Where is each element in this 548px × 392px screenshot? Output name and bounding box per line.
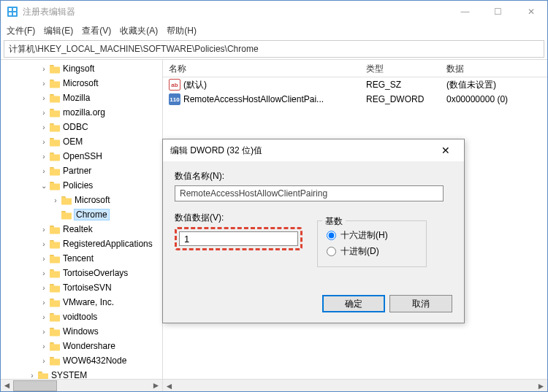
tree-item-wow6432node[interactable]: ›WOW6432Node (2, 353, 161, 368)
tree-item-voidtools[interactable]: ›voidtools (2, 310, 161, 324)
cancel-button[interactable]: 取消 (389, 295, 452, 312)
scroll-thumb[interactable] (13, 380, 57, 391)
tree-item-label: Realtek (63, 224, 93, 234)
scroll-left-icon[interactable]: ◄ (1, 380, 13, 392)
tree-item-partner[interactable]: ›Partner (2, 164, 161, 178)
radio-hex[interactable]: 十六进制(H) (327, 227, 417, 243)
tree-item-label: Chrome (75, 210, 109, 220)
tree-item-odbc[interactable]: ›ODBC (2, 120, 161, 134)
list-body: ab(默认)REG_SZ(数值未设置)110RemoteAccessHostAl… (163, 77, 547, 107)
radio-dec-input[interactable] (327, 247, 336, 256)
tree-item-realtek[interactable]: ›Realtek (2, 222, 161, 237)
scroll-left-icon[interactable]: ◄ (163, 380, 175, 391)
dialog-title-bar[interactable]: 编辑 DWORD (32 位)值 ✕ (163, 139, 464, 161)
radio-hex-input[interactable] (327, 231, 336, 240)
menu-edit[interactable]: 编辑(E) (44, 25, 73, 37)
tree-item-kingsoft[interactable]: ›Kingsoft (2, 61, 161, 76)
tree-item-policies[interactable]: ⌄Policies (2, 178, 161, 193)
chevron-right-icon[interactable]: › (39, 268, 49, 278)
chevron-down-icon[interactable]: ⌄ (39, 180, 49, 191)
chevron-right-icon[interactable]: › (39, 283, 49, 293)
chevron-right-icon[interactable]: › (39, 166, 49, 176)
tree-item-oem[interactable]: ›OEM (2, 134, 161, 149)
tree-item-label: mozilla.org (63, 107, 105, 118)
tree-item-label: Partner (63, 166, 91, 176)
chevron-right-icon[interactable]: › (39, 297, 49, 307)
chevron-right-icon[interactable]: › (39, 151, 49, 161)
menu-view[interactable]: 查看(V) (82, 25, 111, 37)
tree-item-microsoft[interactable]: ›Microsoft (2, 193, 161, 207)
value-data-input[interactable] (179, 231, 298, 246)
list-row[interactable]: 110RemoteAccessHostAllowClientPai...REG_… (163, 92, 547, 107)
dialog-close-button[interactable]: ✕ (435, 145, 457, 156)
registry-tree[interactable]: ›Kingsoft›Microsoft›Mozilla›mozilla.org›… (1, 60, 162, 391)
tree-item-microsoft[interactable]: ›Microsoft (2, 76, 161, 91)
address-bar[interactable]: 计算机\HKEY_LOCAL_MACHINE\SOFTWARE\Policies… (4, 40, 544, 58)
chevron-right-icon[interactable]: › (39, 78, 49, 88)
col-data[interactable]: 数据 (441, 60, 536, 77)
maximize-button[interactable]: ☐ (482, 1, 514, 23)
folder-icon (49, 180, 61, 191)
tree-item-tortoisesvn[interactable]: ›TortoiseSVN (2, 280, 161, 295)
list-header: 名称 类型 数据 (163, 60, 547, 77)
title-bar[interactable]: 注册表编辑器 — ☐ ✕ (1, 1, 547, 23)
tree-item-vmware-inc-[interactable]: ›VMware, Inc. (2, 295, 161, 310)
cell-data: (数值未设置) (441, 79, 536, 91)
tree-item-tortoiseoverlays[interactable]: ›TortoiseOverlays (2, 266, 161, 280)
chevron-right-icon[interactable]: › (39, 239, 49, 249)
tree-item-label: Microsoft (75, 195, 110, 205)
tree-item-openssh[interactable]: ›OpenSSH (2, 149, 161, 164)
tree-item-label: Tencent (63, 253, 94, 264)
folder-icon (49, 107, 61, 118)
ok-button[interactable]: 确定 (322, 295, 385, 312)
list-horizontal-scrollbar[interactable]: ◄ ► (163, 379, 547, 391)
value-name: (默认) (183, 79, 207, 91)
chevron-right-icon[interactable]: › (39, 93, 49, 103)
chevron-right-icon[interactable]: › (39, 107, 49, 118)
tree-item-label: Wondershare (63, 341, 115, 351)
menu-file[interactable]: 文件(F) (7, 25, 35, 37)
tree-horizontal-scrollbar[interactable]: ◄ ► (1, 379, 162, 391)
folder-icon (49, 297, 61, 307)
menu-help[interactable]: 帮助(H) (167, 25, 197, 37)
tree-item-registeredapplications[interactable]: ›RegisteredApplications (2, 237, 161, 251)
col-type[interactable]: 类型 (360, 60, 441, 77)
col-name[interactable]: 名称 (163, 60, 360, 77)
chevron-right-icon[interactable]: › (50, 195, 61, 205)
tree-item-label: RegisteredApplications (63, 239, 153, 249)
list-row[interactable]: ab(默认)REG_SZ(数值未设置) (163, 77, 547, 92)
cell-type: REG_DWORD (360, 94, 441, 104)
chevron-right-icon[interactable]: › (39, 326, 49, 337)
chevron-right-icon[interactable]: › (39, 64, 49, 74)
menu-favorites[interactable]: 收藏夹(A) (120, 25, 158, 37)
chevron-right-icon[interactable]: › (39, 253, 49, 264)
tree-item-wondershare[interactable]: ›Wondershare (2, 339, 161, 353)
scroll-right-icon[interactable]: ► (150, 380, 162, 392)
tree-item-label: WOW6432Node (63, 356, 126, 366)
tree-item-windows[interactable]: ›Windows (2, 324, 161, 339)
tree-item-label: TortoiseSVN (63, 283, 112, 293)
scroll-right-icon[interactable]: ► (535, 380, 547, 391)
reg-dword-icon: 110 (169, 93, 180, 105)
tree-item-mozilla-org[interactable]: ›mozilla.org (2, 105, 161, 120)
radio-dec[interactable]: 十进制(D) (327, 243, 417, 259)
chevron-right-icon[interactable]: › (39, 356, 49, 366)
chevron-right-icon[interactable]: › (39, 137, 49, 147)
dialog-title: 编辑 DWORD (32 位)值 (170, 145, 435, 157)
chevron-right-icon[interactable]: › (39, 312, 49, 322)
folder-icon (49, 268, 61, 278)
folder-icon (49, 78, 61, 88)
tree-item-mozilla[interactable]: ›Mozilla (2, 91, 161, 105)
tree-item-label: ODBC (63, 122, 88, 132)
tree-item-label: Policies (63, 180, 93, 191)
tree-item-tencent[interactable]: ›Tencent (2, 251, 161, 266)
minimize-button[interactable]: — (449, 1, 482, 23)
value-name-input[interactable] (175, 185, 444, 201)
reg-sz-icon: ab (169, 79, 180, 91)
chevron-right-icon[interactable]: › (39, 122, 49, 132)
tree-item-chrome[interactable]: Chrome (2, 207, 161, 222)
chevron-right-icon[interactable]: › (39, 224, 49, 234)
folder-icon (49, 341, 61, 351)
chevron-right-icon[interactable]: › (39, 341, 49, 351)
close-button[interactable]: ✕ (514, 1, 547, 23)
